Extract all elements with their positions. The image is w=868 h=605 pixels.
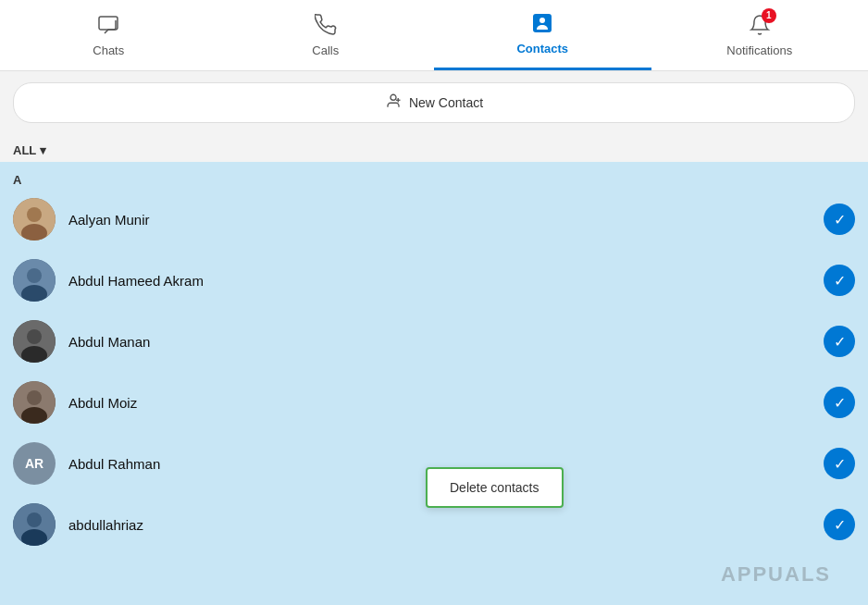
contact-list: A Aalyan Munir ✓ [0,162,868,605]
contact-name: Abdul Moiz [68,395,824,411]
check-button[interactable]: ✓ [824,326,855,357]
avatar [13,198,56,241]
filter-button[interactable]: ALL ▾ [13,143,46,157]
new-contact-button[interactable]: New Contact [13,82,855,123]
calls-label: Calls [312,43,339,57]
check-button[interactable]: ✓ [824,509,855,540]
new-contact-label: New Contact [409,95,483,110]
check-button[interactable]: ✓ [824,265,855,296]
svg-point-19 [27,512,42,527]
contact-name: Abdul Manan [68,334,824,350]
svg-point-16 [27,390,42,405]
delete-contacts-label: Delete contacts [450,480,539,495]
svg-point-13 [27,329,42,344]
svg-point-3 [391,94,396,100]
contacts-label: Contacts [516,42,568,56]
list-item[interactable]: Aalyan Munir ✓ [0,189,868,250]
chats-icon [97,14,119,40]
contact-name: abdullahriaz [68,517,824,533]
avatar-initials: AR [25,456,43,471]
list-item[interactable]: Abdul Manan ✓ [0,311,868,372]
avatar: AR [13,442,56,485]
new-contact-bar: New Contact [0,71,868,134]
check-button[interactable]: ✓ [824,448,855,479]
tab-notifications[interactable]: 1 Notifications [651,0,869,70]
chevron-down-icon: ▾ [40,143,46,157]
tab-calls[interactable]: Calls [217,0,435,70]
avatar [13,259,56,302]
filter-row: ALL ▾ [0,134,868,162]
chats-label: Chats [93,43,124,57]
contacts-icon [531,12,553,38]
tab-contacts[interactable]: Contacts [434,0,651,70]
notifications-icon: 1 [749,14,771,40]
tab-chats[interactable]: Chats [0,0,217,70]
calls-icon [315,14,337,40]
main-content: New Contact ALL ▾ A Aa [0,71,868,605]
check-button[interactable]: ✓ [824,387,855,418]
notification-badge: 1 [762,8,776,23]
check-button[interactable]: ✓ [824,204,855,235]
top-nav: Chats Calls Contacts [0,0,868,71]
avatar [13,381,56,424]
avatar [13,503,56,546]
filter-label: ALL [13,143,36,157]
notifications-label: Notifications [726,43,792,57]
svg-point-2 [539,18,545,23]
contact-name: Aalyan Munir [68,212,824,228]
svg-point-10 [27,268,42,283]
svg-point-7 [27,207,42,222]
svg-rect-0 [99,17,118,30]
list-item[interactable]: Abdul Hameed Akram ✓ [0,250,868,311]
section-header-a: A [0,167,868,189]
add-contact-icon [385,93,402,113]
delete-contacts-popup[interactable]: Delete contacts [426,467,564,508]
contact-name: Abdul Hameed Akram [68,273,824,289]
avatar [13,320,56,363]
list-item[interactable]: Abdul Moiz ✓ [0,372,868,433]
app-container: Chats Calls Contacts [0,0,868,605]
